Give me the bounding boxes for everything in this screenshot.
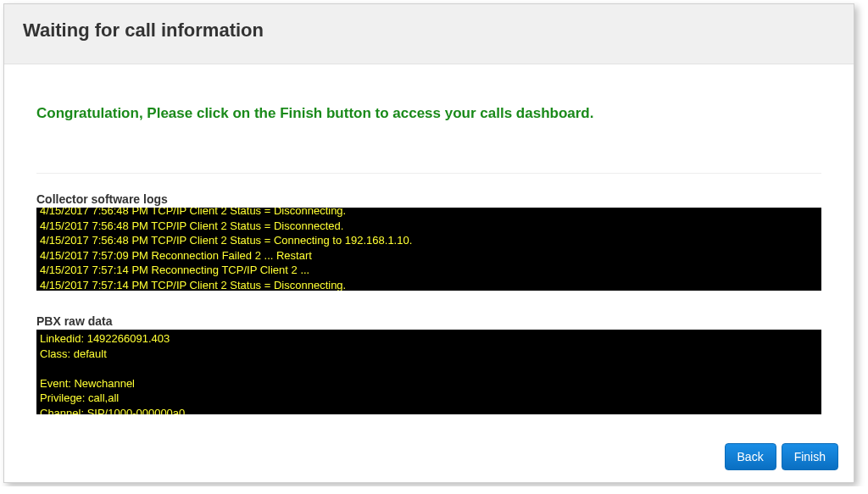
raw-line: Linkedid: 1492266091.403 [40,331,818,347]
collector-logs-label: Collector software logs [36,192,821,206]
log-line: 4/15/2017 7:57:14 PM TCP/IP Client 2 Sta… [40,278,818,291]
wizard-window: Waiting for call information Congratulat… [3,3,854,483]
collector-logs-terminal[interactable]: 4/15/2017 7:56:48 PM TCP/IP Client 2 Sta… [36,208,821,291]
log-line: 4/15/2017 7:56:48 PM TCP/IP Client 2 Sta… [40,219,818,234]
log-line: 4/15/2017 7:57:09 PM Reconnection Failed… [40,248,818,264]
finish-button[interactable]: Finish [782,443,838,470]
raw-line: Channel: SIP/1000-000000a0 [40,406,818,414]
footer: Back Finish [4,433,854,482]
raw-line: Privilege: call,all [40,391,818,406]
log-line: 4/15/2017 7:56:48 PM TCP/IP Client 2 Sta… [40,208,818,219]
page-title: Waiting for call information [23,19,835,42]
pbx-raw-label: PBX raw data [36,314,821,328]
pbx-raw-terminal[interactable]: Linkedid: 1492266091.403Class: defaultEv… [36,330,821,414]
raw-line: Event: Newchannel [40,376,818,391]
body-scroll-area[interactable]: Congratulation, Please click on the Fini… [4,64,854,433]
body-inner: Congratulation, Please click on the Fini… [4,64,854,423]
back-button[interactable]: Back [725,443,776,470]
raw-line [40,361,818,376]
header-bar: Waiting for call information [4,4,854,64]
divider [36,173,821,174]
log-line: 4/15/2017 7:57:14 PM Reconnecting TCP/IP… [40,263,818,278]
raw-line: Class: default [40,347,818,362]
congratulation-message: Congratulation, Please click on the Fini… [36,105,821,122]
log-line: 4/15/2017 7:56:48 PM TCP/IP Client 2 Sta… [40,233,818,248]
